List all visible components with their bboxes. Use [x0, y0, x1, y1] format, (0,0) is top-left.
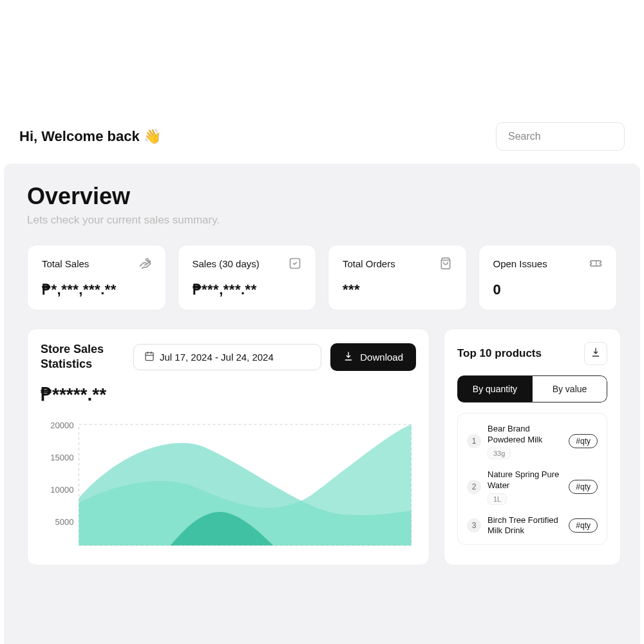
- product-name: Nature Spring Pure Water: [488, 469, 562, 491]
- download-icon: [591, 347, 601, 360]
- welcome-text: Hi, Welcome back: [19, 128, 140, 145]
- ytick: 10000: [50, 485, 73, 495]
- chart-title: Store Sales Statistics: [41, 342, 124, 372]
- product-variant: 33g: [488, 448, 511, 459]
- stat-card-sales-30d: Sales (30 days) ₱***,***.**: [178, 245, 317, 310]
- product-row: 2 Nature Spring Pure Water 1L #qty: [464, 464, 600, 510]
- tab-by-value[interactable]: By value: [533, 375, 607, 402]
- qty-badge: #qty: [569, 434, 598, 448]
- product-name: Birch Tree Fortified Milk Drink: [488, 515, 562, 537]
- sales-chart: 20000 15000 10000 5000: [41, 421, 416, 549]
- stat-label: Total Sales: [42, 258, 89, 269]
- overview-subtitle: Lets check your current sales summary.: [27, 214, 617, 227]
- sales-chart-panel: Store Sales Statistics Jul 17, 2024 - Ju…: [27, 328, 430, 565]
- tab-by-quantity[interactable]: By quantity: [457, 375, 533, 402]
- top-bar: Hi, Welcome back 👋: [0, 0, 644, 164]
- top-products-panel: Top 10 products By quantity By value 1: [444, 328, 621, 565]
- hand-coins-icon: [138, 257, 151, 270]
- search-input[interactable]: [496, 122, 625, 151]
- product-row: 4 C2 Apple 230ml #qty: [464, 542, 600, 545]
- product-row: 1 Bear Brand Powdered Milk 33g #qty: [464, 419, 600, 464]
- product-list: 1 Bear Brand Powdered Milk 33g #qty 2 Na…: [457, 413, 607, 545]
- download-products-button[interactable]: [584, 342, 607, 365]
- download-icon: [343, 351, 354, 363]
- ticket-icon: [589, 257, 602, 270]
- product-tabs: By quantity By value: [457, 375, 607, 402]
- svg-rect-3: [146, 353, 153, 361]
- stat-card-total-orders: Total Orders ***: [328, 245, 467, 310]
- stat-grid: Total Sales ₱*,***,***.** Sales (30 days…: [27, 245, 617, 310]
- product-rank: 2: [467, 480, 481, 494]
- chart-amount: ₱*****.**: [41, 384, 416, 405]
- ytick: 20000: [50, 421, 73, 430]
- qty-badge: #qty: [569, 518, 598, 533]
- download-label: Download: [360, 352, 403, 363]
- stat-label: Sales (30 days): [193, 258, 260, 269]
- product-rank: 3: [467, 518, 481, 533]
- stat-card-open-issues: Open Issues 0: [478, 245, 618, 310]
- product-rank: 1: [467, 434, 481, 448]
- product-row: 3 Birch Tree Fortified Milk Drink #qty: [464, 510, 600, 542]
- ytick: 15000: [50, 453, 73, 462]
- stat-value: 0: [493, 281, 603, 298]
- date-range-text: Jul 17, 2024 - Jul 24, 2024: [160, 352, 274, 363]
- download-button[interactable]: Download: [330, 343, 416, 371]
- stat-label: Open Issues: [493, 258, 547, 269]
- date-range-picker[interactable]: Jul 17, 2024 - Jul 24, 2024: [133, 344, 321, 370]
- qty-badge: #qty: [569, 480, 598, 494]
- svg-point-0: [146, 259, 147, 261]
- calendar-icon: [144, 351, 155, 363]
- stat-label: Total Orders: [343, 258, 395, 269]
- stat-value: ₱***,***.**: [193, 281, 302, 298]
- wave-icon: 👋: [144, 128, 161, 145]
- stat-value: ₱*,***,***.**: [42, 281, 151, 298]
- overview-title: Overview: [27, 183, 617, 210]
- ytick: 5000: [55, 517, 74, 527]
- stat-card-total-sales: Total Sales ₱*,***,***.**: [27, 245, 166, 310]
- stat-value: ***: [343, 281, 452, 298]
- top-products-title: Top 10 products: [457, 347, 542, 360]
- check-square-icon: [289, 257, 301, 270]
- welcome-message: Hi, Welcome back 👋: [19, 128, 161, 145]
- product-name: Bear Brand Powdered Milk: [488, 424, 562, 446]
- shopping-bag-icon: [439, 257, 452, 270]
- content-area: Overview Lets check your current sales s…: [4, 164, 640, 644]
- product-variant: 1L: [488, 493, 507, 505]
